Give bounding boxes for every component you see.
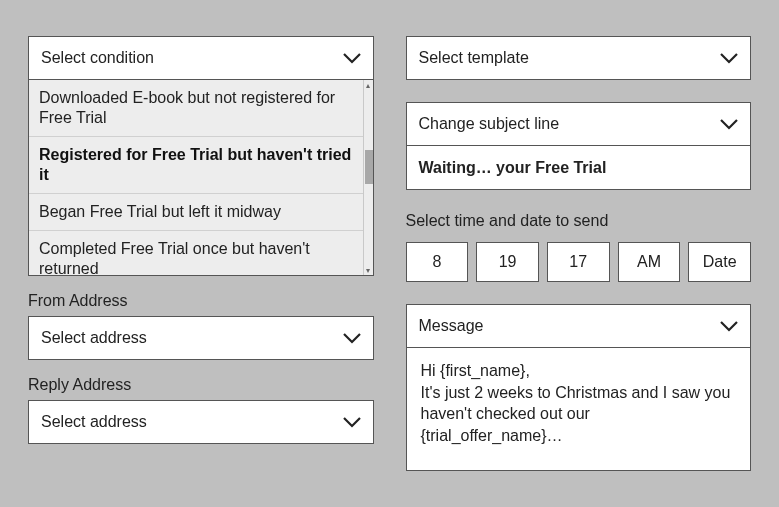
template-select-label: Select template — [419, 49, 529, 67]
time-minute[interactable]: 19 — [476, 242, 539, 282]
spacer — [406, 80, 752, 102]
list-item[interactable]: Registered for Free Trial but haven't tr… — [29, 136, 363, 193]
time-row: 8 19 17 AM Date — [406, 242, 752, 282]
list-item[interactable]: Completed Free Trial once but haven't re… — [29, 230, 363, 276]
spacer — [406, 282, 752, 304]
scroll-down-icon[interactable]: ▾ — [364, 265, 373, 275]
time-date[interactable]: Date — [688, 242, 751, 282]
template-select[interactable]: Select template — [406, 36, 752, 80]
condition-list-items: Downloaded E-book but not registered for… — [29, 80, 373, 276]
time-section-label: Select time and date to send — [406, 212, 752, 230]
time-hour[interactable]: 8 — [406, 242, 469, 282]
time-ampm[interactable]: AM — [618, 242, 681, 282]
from-address-select[interactable]: Select address — [28, 316, 374, 360]
left-column: Select condition Downloaded E-book but n… — [28, 36, 374, 479]
from-address-select-label: Select address — [41, 329, 147, 347]
scroll-thumb[interactable] — [365, 150, 373, 184]
scroll-up-icon[interactable]: ▴ — [364, 80, 373, 90]
time-second[interactable]: 17 — [547, 242, 610, 282]
message-select-label: Message — [419, 317, 484, 335]
message-body[interactable]: Hi {first_name}, It's just 2 weeks to Ch… — [406, 348, 752, 471]
list-item[interactable]: Began Free Trial but left it midway — [29, 193, 363, 230]
subject-value: Waiting… your Free Trial — [419, 159, 607, 177]
subject-select[interactable]: Change subject line — [406, 102, 752, 146]
chevron-down-icon — [720, 52, 738, 64]
condition-select[interactable]: Select condition — [28, 36, 374, 80]
chevron-down-icon — [720, 320, 738, 332]
message-select[interactable]: Message — [406, 304, 752, 348]
from-address-label: From Address — [28, 292, 374, 310]
chevron-down-icon — [343, 52, 361, 64]
chevron-down-icon — [343, 332, 361, 344]
reply-address-label: Reply Address — [28, 376, 374, 394]
message-text: Hi {first_name}, It's just 2 weeks to Ch… — [421, 362, 731, 444]
subject-select-label: Change subject line — [419, 115, 560, 133]
reply-address-select-label: Select address — [41, 413, 147, 431]
chevron-down-icon — [720, 118, 738, 130]
right-column: Select template Change subject line Wait… — [406, 36, 752, 479]
chevron-down-icon — [343, 416, 361, 428]
condition-select-label: Select condition — [41, 49, 154, 67]
subject-input[interactable]: Waiting… your Free Trial — [406, 146, 752, 190]
reply-address-select[interactable]: Select address — [28, 400, 374, 444]
scrollbar[interactable]: ▴ ▾ — [363, 80, 373, 275]
list-item[interactable]: Downloaded E-book but not registered for… — [29, 80, 363, 136]
condition-listbox[interactable]: Downloaded E-book but not registered for… — [28, 80, 374, 276]
form-canvas: Select condition Downloaded E-book but n… — [0, 0, 779, 507]
